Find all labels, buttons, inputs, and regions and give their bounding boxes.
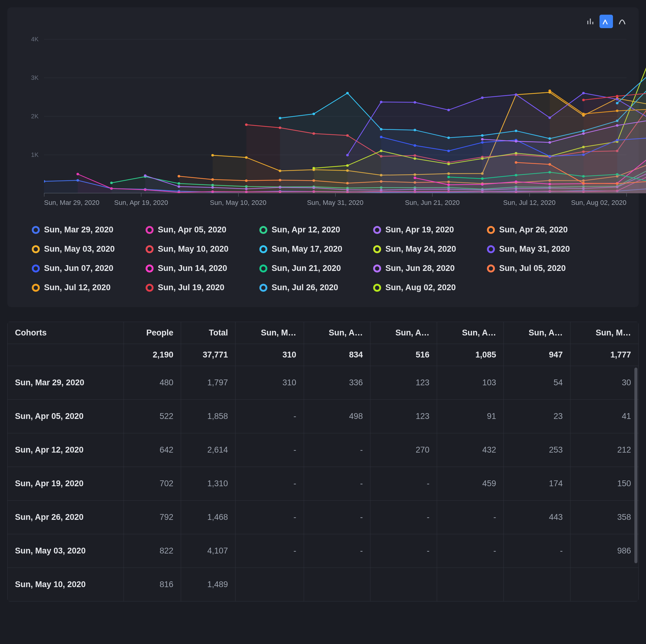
row-label-cell: Sun, Apr 19, 2020 (8, 467, 124, 501)
legend-label: Sun, Jul 19, 2020 (158, 283, 224, 292)
table-header-cell[interactable]: Sun, A… (370, 322, 437, 344)
row-value-cell: - (304, 467, 370, 501)
table-row[interactable]: Sun, Apr 12, 20206422,614--270432253212 (8, 433, 639, 467)
legend-item[interactable]: Sun, Apr 26, 2020 (487, 225, 579, 235)
table-header-cell[interactable]: Sun, M… (235, 322, 304, 344)
row-value-cell (370, 568, 437, 602)
legend-item[interactable]: Sun, May 10, 2020 (145, 244, 237, 254)
x-tick-label: Sun, Jul 12, 2020 (503, 199, 555, 207)
legend-item[interactable]: Sun, Jun 07, 2020 (32, 264, 124, 273)
row-label-cell: Sun, Apr 12, 2020 (8, 433, 124, 467)
legend-color-icon (487, 264, 495, 272)
svg-point-178 (515, 161, 517, 164)
row-value-cell: 358 (570, 501, 638, 534)
row-value-cell (304, 568, 370, 602)
row-value-cell: 1,489 (181, 568, 235, 602)
svg-point-188 (616, 95, 619, 97)
legend-label: Sun, May 03, 2020 (44, 244, 115, 254)
legend-color-icon (487, 226, 495, 234)
legend-color-icon (373, 264, 381, 272)
legend-item[interactable]: Sun, Jul 05, 2020 (487, 264, 579, 273)
legend-item[interactable]: Sun, Jun 28, 2020 (373, 264, 465, 273)
table-header-cell[interactable]: Sun, M… (570, 322, 638, 344)
table-header-cell[interactable]: Total (181, 322, 235, 344)
chart-type-line-icon[interactable] (600, 15, 613, 28)
legend-item[interactable]: Sun, Aug 02, 2020 (373, 283, 465, 292)
table-row[interactable]: Sun, May 10, 20208161,489 (8, 568, 639, 602)
svg-point-165 (447, 176, 450, 178)
table-row[interactable]: Sun, Apr 05, 20205221,858-498123912341 (8, 400, 639, 433)
legend-label: Sun, Jun 14, 2020 (158, 264, 227, 273)
legend-color-icon (259, 264, 267, 272)
row-label-cell: Sun, May 10, 2020 (8, 568, 124, 602)
row-value-cell: 23 (504, 400, 570, 433)
chart-legend: Sun, Mar 29, 2020Sun, Apr 05, 2020Sun, A… (20, 211, 626, 292)
legend-color-icon (145, 245, 153, 253)
table-header-cell[interactable]: Sun, A… (504, 322, 570, 344)
table-header-cell[interactable]: Sun, A… (304, 322, 370, 344)
svg-point-117 (346, 92, 349, 94)
table-totals-row: 2,19037,7713108345161,0859471,777 (8, 344, 639, 366)
legend-item[interactable]: Sun, May 17, 2020 (259, 244, 351, 254)
table-totals-cell: 2,190 (124, 344, 181, 366)
legend-item[interactable]: Sun, May 24, 2020 (373, 244, 465, 254)
x-tick-label: Sun, Apr 19, 2020 (114, 199, 168, 207)
legend-item[interactable]: Sun, Jul 12, 2020 (32, 283, 124, 292)
legend-color-icon (32, 226, 40, 234)
table-row[interactable]: Sun, May 03, 20208224,107-----986 (8, 534, 639, 568)
legend-label: Sun, Jul 26, 2020 (272, 283, 338, 292)
row-value-cell: 91 (437, 400, 504, 433)
legend-item[interactable]: Sun, Apr 05, 2020 (145, 225, 237, 235)
legend-item[interactable]: Sun, Apr 19, 2020 (373, 225, 465, 235)
table-header-cell[interactable]: Sun, A… (437, 322, 504, 344)
svg-point-183 (548, 90, 551, 92)
legend-item[interactable]: Sun, Jul 26, 2020 (259, 283, 351, 292)
legend-item[interactable]: Sun, May 31, 2020 (487, 244, 579, 254)
table-header-cell[interactable]: People (124, 322, 181, 344)
svg-point-145 (582, 92, 584, 94)
chart-type-curve-icon[interactable] (616, 15, 629, 28)
table-row[interactable]: Sun, Mar 29, 20204801,797310336123103543… (8, 366, 639, 400)
legend-color-icon (32, 284, 40, 292)
table-header-cell[interactable]: Cohorts (8, 322, 124, 344)
legend-item[interactable]: Sun, Apr 12, 2020 (259, 225, 351, 235)
legend-item[interactable]: Sun, May 03, 2020 (32, 244, 124, 254)
svg-point-187 (582, 99, 584, 101)
row-value-cell: - (504, 534, 570, 568)
row-value-cell: 1,468 (181, 501, 235, 534)
legend-label: Sun, May 10, 2020 (158, 244, 228, 254)
legend-label: Sun, Aug 02, 2020 (386, 283, 456, 292)
legend-item[interactable]: Sun, Mar 29, 2020 (32, 225, 124, 235)
scrollbar-thumb[interactable] (634, 368, 637, 563)
cohort-table-panel: CohortsPeopleTotalSun, M…Sun, A…Sun, A…S… (7, 322, 639, 602)
row-value-cell: 336 (304, 366, 370, 400)
row-value-cell: 103 (437, 366, 504, 400)
svg-point-57 (144, 174, 146, 177)
y-axis: 1K2K3K4K (20, 39, 41, 193)
row-value-cell: - (304, 433, 370, 467)
table-row[interactable]: Sun, Apr 26, 20207921,468----443358 (8, 501, 639, 534)
row-value-cell: 123 (370, 400, 437, 433)
svg-point-22 (77, 173, 79, 175)
legend-label: Sun, Jun 28, 2020 (386, 264, 455, 273)
legend-color-icon (32, 264, 40, 272)
row-value-cell: - (235, 467, 304, 501)
legend-item[interactable]: Sun, Jun 14, 2020 (145, 264, 237, 273)
svg-point-157 (414, 177, 416, 179)
row-value-cell: - (437, 501, 504, 534)
svg-point-143 (515, 93, 517, 96)
x-tick-label: Sun, May 10, 2020 (210, 199, 266, 207)
row-value-cell: 522 (124, 400, 181, 433)
chart-type-bar-icon[interactable] (583, 15, 597, 28)
row-value-cell: 1,858 (181, 400, 235, 433)
legend-item[interactable]: Sun, Jun 21, 2020 (259, 264, 351, 273)
legend-label: Sun, May 17, 2020 (272, 244, 342, 254)
svg-point-141 (447, 109, 450, 111)
table-row[interactable]: Sun, Apr 19, 20207021,310---459174150 (8, 467, 639, 501)
legend-label: Sun, Jul 05, 2020 (499, 264, 566, 273)
legend-item[interactable]: Sun, Jul 19, 2020 (145, 283, 237, 292)
legend-label: Sun, Jul 12, 2020 (44, 283, 111, 292)
table-totals-cell (8, 344, 124, 366)
svg-point-140 (414, 101, 416, 104)
row-label-cell: Sun, Apr 26, 2020 (8, 501, 124, 534)
